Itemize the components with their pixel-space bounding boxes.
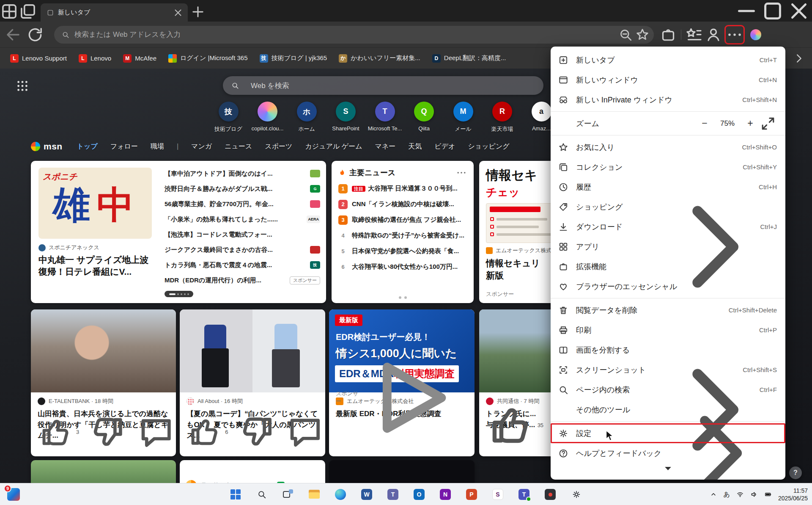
top-news-item[interactable]: 3取締役候補の選任が焦点 フジ親会社... xyxy=(338,215,467,225)
taskbar-start-icon[interactable] xyxy=(227,486,244,503)
msn-nav-item[interactable]: ショッピング xyxy=(468,142,509,151)
bookmark-item[interactable]: LLenovo xyxy=(74,51,115,66)
headline-item[interactable]: 渋野日向子＆勝みなみがダブルス戦...G xyxy=(165,181,320,196)
quick-link[interactable]: SSharePoint xyxy=(328,102,364,133)
quick-link[interactable]: QQiita xyxy=(406,102,442,133)
quick-link[interactable]: 技技術ブログ xyxy=(211,102,246,133)
top-news-item[interactable]: 1注目大谷翔平 日米通算３００号到... xyxy=(338,184,467,193)
zoom-out-button[interactable]: − xyxy=(696,116,713,132)
bookmark-item[interactable]: MMcAfee xyxy=(119,51,161,66)
msn-nav-item[interactable]: 職場 xyxy=(151,142,164,151)
card-more-icon[interactable] xyxy=(456,168,467,177)
bookmark-item[interactable]: DDeepL翻訳：高精度... xyxy=(428,51,510,66)
web-search-bar[interactable]: Web を検索 xyxy=(223,76,543,95)
news-card[interactable] xyxy=(31,460,176,483)
refresh-icon[interactable] xyxy=(26,26,44,44)
menu-scroll-chevron-icon[interactable] xyxy=(551,463,785,474)
taskbar-outlook-icon[interactable]: O xyxy=(410,486,428,503)
msn-nav-item[interactable]: フォロー xyxy=(110,142,138,151)
taskbar-clock[interactable]: 11:57 2025/06/25 xyxy=(778,487,809,502)
headline-item[interactable]: 【泡洗車】コードレス電動式フォー... xyxy=(165,227,320,242)
taskbar-file-explorer-icon[interactable] xyxy=(305,486,323,503)
quick-link[interactable]: Mメール xyxy=(445,102,481,133)
headline-item[interactable]: 【車中泊アウトドア】面倒なのはイ... xyxy=(165,166,320,181)
taskbar-search-icon[interactable] xyxy=(253,486,271,503)
volume-icon[interactable] xyxy=(750,491,758,498)
quick-link[interactable]: TMicrosoft Te... xyxy=(367,102,403,133)
like-button[interactable]: 3 xyxy=(38,414,79,450)
menu-item-zoom[interactable]: ズーム−75%+ xyxy=(551,113,785,133)
extensions-icon[interactable] xyxy=(660,27,677,43)
headline-item[interactable]: MDR（EDRの運用代行）の利用...スポンサー xyxy=(165,273,320,288)
carousel-indicator[interactable] xyxy=(165,291,193,297)
menu-item-new-window[interactable]: 新しいウィンドウCtrl+N xyxy=(551,70,785,90)
taskbar-settings-icon[interactable] xyxy=(568,486,585,503)
sponsored-banner-card[interactable]: ランサムウェア LANSCOPE xyxy=(180,460,325,483)
msn-nav-item[interactable]: ビデオ xyxy=(434,142,455,151)
msn-nav-item[interactable]: マンガ xyxy=(191,142,212,151)
address-bar[interactable]: 検索または Web アドレスを入力 xyxy=(54,26,654,44)
quick-link[interactable]: copilot.clou... xyxy=(250,102,285,133)
msn-nav-item[interactable]: 天気 xyxy=(408,142,422,151)
menu-item-apps[interactable]: アプリ xyxy=(551,237,785,257)
news-card[interactable] xyxy=(329,460,475,483)
top-news-item[interactable]: 4特殊詐欺Gの“受け子”から被害金受け... xyxy=(338,231,467,240)
like-button[interactable]: 35 xyxy=(486,400,543,450)
fullscreen-icon[interactable] xyxy=(759,116,777,132)
profile-avatar[interactable] xyxy=(705,27,722,43)
msn-nav-item[interactable]: マネー xyxy=(375,142,396,151)
maximize-button[interactable] xyxy=(760,0,786,22)
like-button[interactable]: 6 xyxy=(187,414,228,450)
battery-icon[interactable] xyxy=(764,491,772,498)
hero-news-card[interactable]: スポニチ 雄 中 スポニチアネックス 中丸雄一 サプライズ地上波復帰！日テレ番組… xyxy=(31,161,326,303)
favorite-star-icon[interactable] xyxy=(635,28,650,42)
taskbar-word-icon[interactable]: W xyxy=(358,486,376,503)
menu-item-collections[interactable]: コレクションCtrl+Shift+Y xyxy=(551,157,785,177)
headline-item[interactable]: ジークアクス最終回でまさかの古谷... xyxy=(165,242,320,257)
bookmark-item[interactable]: 技技術ブログ | yjk365 xyxy=(255,51,332,66)
taskbar-teams-check-icon[interactable]: T xyxy=(515,486,533,503)
comment-button[interactable] xyxy=(285,412,325,452)
bookmarks-overflow-icon[interactable] xyxy=(793,52,805,65)
dislike-button[interactable] xyxy=(88,412,127,452)
top-news-item[interactable]: 5日本保守党が参院選へ公約発表「食... xyxy=(338,247,467,256)
msn-logo[interactable]: msn xyxy=(31,141,63,152)
dislike-button[interactable] xyxy=(237,412,277,452)
news-card[interactable]: E-TALENTBANK · 18 時間 山田裕貴、日本兵を演じる上での過酷な役… xyxy=(31,309,176,456)
menu-item-inprivate[interactable]: 新しい InPrivate ウィンドウCtrl+Shift+N xyxy=(551,90,785,110)
back-icon[interactable] xyxy=(4,26,22,44)
apps-grid-icon[interactable] xyxy=(16,80,29,92)
taskbar-onenote-icon[interactable]: N xyxy=(436,486,454,503)
msn-nav-item[interactable]: スポーツ xyxy=(265,142,292,151)
more-menu-icon[interactable] xyxy=(726,27,743,43)
top-news-item[interactable]: 2CNN「イラン核施設の中核は破壊... xyxy=(338,200,467,209)
hero-headline[interactable]: 中丸雄一 サプライズ地上波復帰！日テレ番組にV... xyxy=(38,254,154,278)
msn-nav-item[interactable]: カジュアル ゲーム xyxy=(305,142,362,151)
quick-link[interactable]: R楽天市場 xyxy=(485,102,520,133)
news-card[interactable]: All About · 16 時間 【夏の黒コーデ】“白パンツ”じゃなくてもOK… xyxy=(180,309,325,456)
taskbar-snipping-icon[interactable] xyxy=(541,486,559,503)
headline-item[interactable]: トカラ列島・悪石島で震度４の地震...技 xyxy=(165,257,320,273)
taskbar-slack-icon[interactable]: S xyxy=(489,486,507,503)
close-button[interactable] xyxy=(786,0,812,22)
msn-nav-item[interactable]: トップ xyxy=(77,142,98,151)
comment-button[interactable] xyxy=(136,412,176,452)
menu-item-print[interactable]: 印刷Ctrl+P xyxy=(551,320,785,340)
tray-chevron-up-icon[interactable] xyxy=(710,491,717,498)
zoom-out-icon[interactable] xyxy=(618,28,633,42)
workspaces-icon[interactable] xyxy=(0,3,19,20)
menu-item-favorites[interactable]: お気に入りCtrl+Shift+O xyxy=(551,137,785,157)
tab-close-icon[interactable] xyxy=(173,7,184,18)
headline-item[interactable]: 「小泉米」の効果も薄れてしまった......AERA xyxy=(165,212,320,227)
quick-link[interactable]: ホホーム xyxy=(289,102,324,133)
bookmark-item[interactable]: かかわいいフリー素材集... xyxy=(335,51,425,66)
zoom-in-button[interactable]: + xyxy=(741,116,759,132)
taskbar-powerpoint-icon[interactable]: P xyxy=(463,486,480,503)
menu-item-new-tab[interactable]: 新しいタブCtrl+T xyxy=(551,50,785,70)
bookmark-item[interactable]: ログイン |Microsoft 365 xyxy=(164,51,252,66)
new-tab-button[interactable] xyxy=(190,4,206,19)
ime-indicator[interactable]: あ xyxy=(724,491,730,499)
favorites-icon[interactable] xyxy=(686,27,702,43)
sponsored-ad-card[interactable]: 最新版 EDR検討ユーザー必見！ 情シス1,000人に聞いた EDR＆MDR利用… xyxy=(329,309,475,456)
browser-tab[interactable]: 新しいタブ xyxy=(41,3,188,22)
